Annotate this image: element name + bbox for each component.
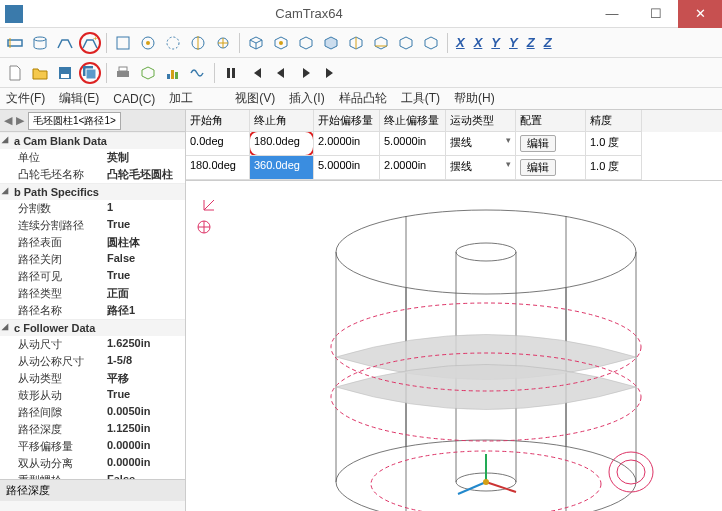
prop-category[interactable]: b Path Specifics xyxy=(0,183,185,200)
tool-d-icon[interactable] xyxy=(187,32,209,54)
prop-category[interactable]: c Follower Data xyxy=(0,319,185,336)
prop-row[interactable]: 单位英制 xyxy=(0,149,185,166)
print-icon[interactable] xyxy=(112,62,134,84)
grid-cell[interactable]: 180.0deg xyxy=(250,132,314,156)
prop-value[interactable]: 平移 xyxy=(107,371,181,386)
first-icon[interactable] xyxy=(245,62,267,84)
menu-help[interactable]: 帮助(H) xyxy=(454,90,495,107)
prop-value[interactable]: False xyxy=(107,252,181,267)
prop-row[interactable]: 路径类型正面 xyxy=(0,285,185,302)
grid-header[interactable]: 开始偏移量 xyxy=(314,110,380,132)
prev-icon[interactable] xyxy=(270,62,292,84)
pause-icon[interactable] xyxy=(220,62,242,84)
prop-row[interactable]: 路径可见True xyxy=(0,268,185,285)
grid-cell[interactable]: 1.0 度 xyxy=(586,132,642,156)
prop-row[interactable]: 分割数1 xyxy=(0,200,185,217)
viewport-3d[interactable] xyxy=(186,181,722,511)
prop-value[interactable]: True xyxy=(107,269,181,284)
cube-3-icon[interactable] xyxy=(295,32,317,54)
grid-cell[interactable]: 编辑 xyxy=(516,156,586,180)
prop-row[interactable]: 路径名称路径1 xyxy=(0,302,185,319)
grid-row[interactable]: 0.0deg180.0deg2.0000in5.0000in摆线▾编辑1.0 度 xyxy=(186,132,722,156)
close-button[interactable]: ✕ xyxy=(678,0,722,28)
axis-z2-button[interactable]: Z xyxy=(541,35,555,50)
prop-value[interactable]: True xyxy=(107,388,181,403)
grid-cell[interactable]: 5.0000in xyxy=(380,132,446,156)
next-icon[interactable] xyxy=(295,62,317,84)
grid-cell[interactable]: 180.0deg xyxy=(186,156,250,180)
cube-6-icon[interactable] xyxy=(370,32,392,54)
menu-cad[interactable]: CAD(C) xyxy=(113,92,155,106)
menu-file[interactable]: 文件(F) xyxy=(6,90,45,107)
tool-a-icon[interactable] xyxy=(112,32,134,54)
prop-row[interactable]: 路径表面圆柱体 xyxy=(0,234,185,251)
grid-cell[interactable]: 360.0deg xyxy=(250,156,314,180)
minimize-button[interactable]: — xyxy=(590,0,634,28)
axis-x1-button[interactable]: X xyxy=(453,35,468,50)
prop-category[interactable]: a Cam Blank Data xyxy=(0,132,185,149)
cam-linear-icon[interactable] xyxy=(54,32,76,54)
prop-value[interactable]: 1-5/8 xyxy=(107,354,181,369)
save-all-icon[interactable] xyxy=(79,62,101,84)
menu-edit[interactable]: 编辑(E) xyxy=(59,90,99,107)
grid-cell[interactable]: 摆线▾ xyxy=(446,132,516,156)
prop-value[interactable]: True xyxy=(107,218,181,233)
maximize-button[interactable]: ☐ xyxy=(634,0,678,28)
grid-header[interactable]: 终止角 xyxy=(250,110,314,132)
prop-value[interactable]: 正面 xyxy=(107,286,181,301)
cube-4-icon[interactable] xyxy=(320,32,342,54)
prop-row[interactable]: 鼓形从动True xyxy=(0,387,185,404)
prop-row[interactable]: 从动类型平移 xyxy=(0,370,185,387)
prop-value[interactable]: 1 xyxy=(107,201,181,216)
tool-c-icon[interactable] xyxy=(162,32,184,54)
motion-grid[interactable]: 开始角终止角开始偏移量终止偏移量运动类型配置精度 0.0deg180.0deg2… xyxy=(186,110,722,181)
prop-value[interactable]: 0.0000in xyxy=(107,439,181,454)
prop-row[interactable]: 从动尺寸1.6250in xyxy=(0,336,185,353)
prop-value[interactable]: 英制 xyxy=(107,150,181,165)
grid-header[interactable]: 精度 xyxy=(586,110,642,132)
cam-barrel-icon[interactable] xyxy=(29,32,51,54)
prop-row[interactable]: 凸轮毛坯名称凸轮毛坯圆柱 xyxy=(0,166,185,183)
cube-8-icon[interactable] xyxy=(420,32,442,54)
prop-value[interactable]: 1.6250in xyxy=(107,337,181,352)
prop-row[interactable]: 平移偏移量0.0000in xyxy=(0,438,185,455)
prop-row[interactable]: 从动公称尺寸1-5/8 xyxy=(0,353,185,370)
tool-b-icon[interactable] xyxy=(137,32,159,54)
prop-value[interactable]: 圆柱体 xyxy=(107,235,181,250)
grid-cell[interactable]: 编辑 xyxy=(516,132,586,156)
last-icon[interactable] xyxy=(320,62,342,84)
property-list[interactable]: a Cam Blank Data单位英制凸轮毛坯名称凸轮毛坯圆柱b Path S… xyxy=(0,132,185,479)
wave-icon[interactable] xyxy=(187,62,209,84)
axis-y1-button[interactable]: Y xyxy=(488,35,503,50)
menu-insert[interactable]: 插入(I) xyxy=(289,90,324,107)
cam-plate-icon[interactable] xyxy=(4,32,26,54)
prop-row[interactable]: 重型螺栓False xyxy=(0,472,185,479)
menu-samples[interactable]: 样品凸轮 xyxy=(339,90,387,107)
prop-value[interactable]: 凸轮毛坯圆柱 xyxy=(107,167,181,182)
tab-next-icon[interactable]: ▶ xyxy=(16,114,24,127)
cam-add-path-icon[interactable]: + xyxy=(79,32,101,54)
cube-1-icon[interactable] xyxy=(245,32,267,54)
cube-5-icon[interactable] xyxy=(345,32,367,54)
tool-e-icon[interactable] xyxy=(212,32,234,54)
grid-cell[interactable]: 5.0000in xyxy=(314,156,380,180)
grid-row[interactable]: 180.0deg360.0deg5.0000in2.0000in摆线▾编辑1.0… xyxy=(186,156,722,180)
grid-cell[interactable]: 2.0000in xyxy=(380,156,446,180)
property-tab[interactable]: 毛坯圆柱1<路径1> xyxy=(28,112,121,130)
prop-row[interactable]: 路径深度1.1250in xyxy=(0,421,185,438)
grid-header[interactable]: 运动类型 xyxy=(446,110,516,132)
grid-cell[interactable]: 摆线▾ xyxy=(446,156,516,180)
grid-header[interactable]: 开始角 xyxy=(186,110,250,132)
prop-row[interactable]: 路径关闭False xyxy=(0,251,185,268)
menu-tools[interactable]: 工具(T) xyxy=(401,90,440,107)
axis-z1-button[interactable]: Z xyxy=(524,35,538,50)
prop-value[interactable]: 0.0050in xyxy=(107,405,181,420)
prop-value[interactable]: 路径1 xyxy=(107,303,181,318)
export-icon[interactable] xyxy=(137,62,159,84)
open-file-icon[interactable] xyxy=(29,62,51,84)
prop-value[interactable]: 0.0000in xyxy=(107,456,181,471)
cube-7-icon[interactable] xyxy=(395,32,417,54)
grid-cell[interactable]: 2.0000in xyxy=(314,132,380,156)
prop-value[interactable]: 1.1250in xyxy=(107,422,181,437)
axis-x2-button[interactable]: X xyxy=(471,35,486,50)
